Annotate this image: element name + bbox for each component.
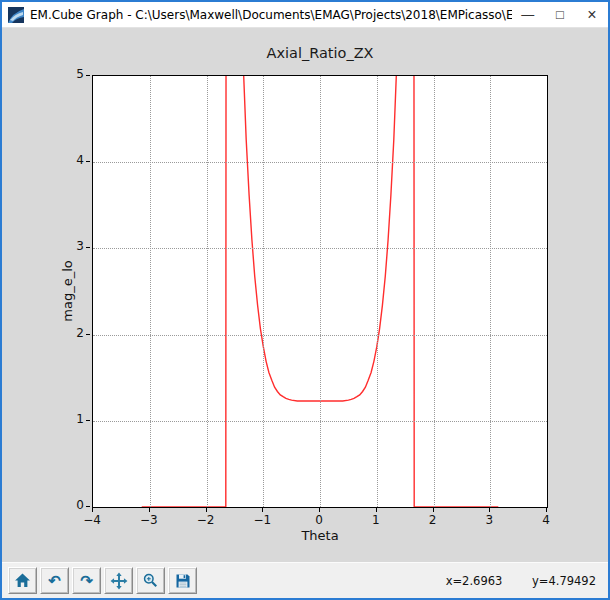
x-gridline (150, 76, 151, 507)
y-axis-label: mag_e_lo (60, 260, 75, 321)
x-gridline (207, 76, 208, 507)
y-tick-label: 3 (58, 239, 84, 253)
x-gridline (434, 76, 435, 507)
forward-arrow-icon: ↷ (80, 573, 93, 588)
x-axis-label: Theta (92, 528, 548, 543)
minimize-button[interactable]: — (512, 2, 544, 28)
x-tick-mark (376, 508, 377, 512)
app-icon (8, 7, 24, 23)
x-tick-mark (262, 508, 263, 512)
app-window: EM.Cube Graph - C:\Users\Maxwell\Documen… (0, 0, 610, 600)
zoom-button[interactable] (136, 567, 165, 594)
y-tick-label: 0 (58, 498, 84, 512)
x-tick-label: −3 (132, 513, 166, 527)
y-tick-mark (86, 161, 90, 162)
y-tick-mark (86, 247, 90, 248)
x-tick-label: −4 (75, 513, 109, 527)
y-tick-mark (86, 506, 90, 507)
y-tick-mark (86, 334, 90, 335)
axes-area[interactable] (92, 75, 548, 508)
y-gridline (93, 162, 547, 163)
save-floppy-icon (175, 573, 191, 589)
status-x-coordinate: x=2.6963 (446, 574, 503, 588)
x-tick-mark (149, 508, 150, 512)
y-tick-label: 5 (58, 67, 84, 81)
magnifier-icon (142, 572, 159, 589)
y-tick-mark (86, 420, 90, 421)
y-gridline (93, 248, 547, 249)
x-gridline (377, 76, 378, 507)
x-gridline (320, 76, 321, 507)
cursor-status: x=2.6963 y=4.79492 (420, 574, 596, 588)
y-tick-label: 2 (58, 326, 84, 340)
x-tick-label: 1 (359, 513, 393, 527)
x-tick-mark (92, 508, 93, 512)
pan-arrows-icon (110, 572, 128, 590)
y-tick-label: 4 (58, 153, 84, 167)
x-gridline (490, 76, 491, 507)
status-y-coordinate: y=4.79492 (532, 574, 596, 588)
x-tick-mark (319, 508, 320, 512)
nav-toolbar: ↶ ↷ x=2.69 (2, 562, 608, 598)
close-button[interactable]: × (576, 2, 608, 28)
maximize-button[interactable]: □ (544, 2, 576, 28)
x-tick-mark (489, 508, 490, 512)
x-tick-mark (433, 508, 434, 512)
y-gridline (93, 335, 547, 336)
pan-button[interactable] (104, 567, 133, 594)
home-button[interactable] (8, 567, 37, 594)
x-tick-label: −1 (245, 513, 279, 527)
y-tick-mark (86, 75, 90, 76)
y-tick-label: 1 (58, 412, 84, 426)
back-button[interactable]: ↶ (40, 567, 69, 594)
back-arrow-icon: ↶ (48, 573, 61, 588)
x-tick-mark (546, 508, 547, 512)
y-gridline (93, 421, 547, 422)
window-title: EM.Cube Graph - C:\Users\Maxwell\Documen… (30, 8, 512, 22)
x-tick-mark (206, 508, 207, 512)
x-tick-label: 3 (472, 513, 506, 527)
x-tick-label: −2 (189, 513, 223, 527)
plot-title: Axial_Ratio_ZX (92, 45, 548, 61)
save-button[interactable] (168, 567, 197, 594)
x-tick-label: 4 (529, 513, 563, 527)
x-tick-label: 2 (416, 513, 450, 527)
x-tick-label: 0 (302, 513, 336, 527)
home-icon (14, 572, 31, 589)
figure-canvas: Axial_Ratio_ZX mag_e_lo Theta −4−3−2−101… (2, 28, 608, 562)
titlebar: EM.Cube Graph - C:\Users\Maxwell\Documen… (2, 2, 608, 28)
x-gridline (263, 76, 264, 507)
forward-button[interactable]: ↷ (72, 567, 101, 594)
